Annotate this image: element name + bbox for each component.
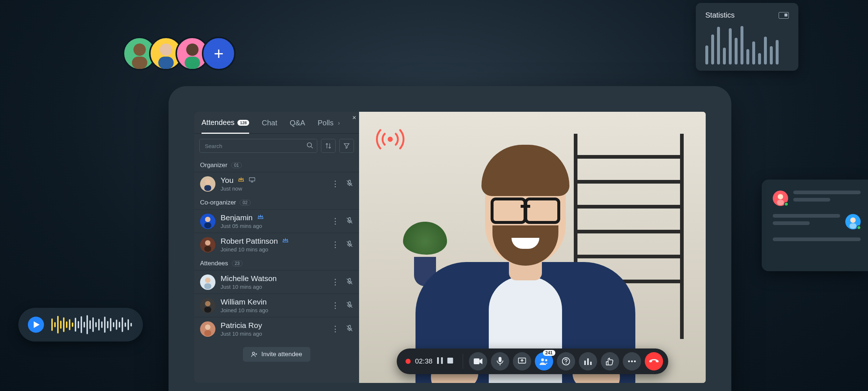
avatar bbox=[200, 274, 215, 290]
mic-off-icon[interactable] bbox=[346, 278, 353, 287]
person-robert[interactable]: Robert Pattinson Joined 10 mins ago ⋮ bbox=[194, 233, 359, 256]
svg-point-8 bbox=[850, 217, 856, 223]
svg-rect-36 bbox=[584, 361, 586, 365]
presenter-icon bbox=[249, 177, 255, 184]
broadcast-icon bbox=[374, 126, 407, 154]
svg-point-15 bbox=[205, 217, 211, 222]
record-dot-icon bbox=[406, 359, 411, 364]
chart-icon bbox=[779, 12, 789, 19]
help-button[interactable] bbox=[557, 352, 575, 370]
svg-rect-30 bbox=[473, 358, 479, 364]
mic-off-icon[interactable] bbox=[346, 301, 353, 310]
more-icon[interactable]: ⋮ bbox=[331, 217, 339, 225]
svg-point-21 bbox=[205, 301, 211, 306]
meeting-window: × Attendees 128 Chat Q&A Polls › bbox=[169, 86, 731, 391]
poll-button[interactable] bbox=[579, 352, 597, 370]
avatar bbox=[200, 214, 215, 229]
statistics-title: Statistics bbox=[705, 11, 735, 19]
control-bar: 02:38 bbox=[397, 348, 668, 374]
person-name: Benjamin bbox=[221, 213, 253, 222]
svg-point-2 bbox=[160, 44, 172, 56]
participants-button[interactable]: 241 bbox=[535, 352, 553, 370]
svg-point-10 bbox=[307, 143, 312, 147]
activity-line bbox=[773, 237, 861, 241]
end-call-button[interactable] bbox=[644, 352, 663, 370]
activity-card bbox=[762, 180, 868, 271]
more-icon[interactable]: ⋮ bbox=[331, 278, 339, 286]
svg-rect-20 bbox=[204, 283, 211, 289]
share-screen-button[interactable] bbox=[513, 352, 531, 370]
svg-point-41 bbox=[634, 361, 636, 362]
tab-polls[interactable]: Polls bbox=[318, 119, 333, 133]
statistics-card[interactable]: Statistics bbox=[696, 3, 798, 71]
svg-point-33 bbox=[541, 358, 544, 361]
section-attendees: Attendees 23 bbox=[194, 256, 359, 270]
svg-point-19 bbox=[205, 277, 211, 283]
person-name: Robert Pattinson bbox=[221, 237, 278, 246]
mic-toggle-button[interactable] bbox=[491, 352, 509, 370]
section-organizer: Organizer 01 bbox=[194, 158, 359, 172]
svg-point-12 bbox=[205, 179, 211, 185]
avatar bbox=[200, 237, 215, 252]
person-william[interactable]: William Kevin Joined 10 mins ago ⋮ bbox=[194, 294, 359, 317]
more-icon[interactable]: ⋮ bbox=[331, 241, 339, 249]
svg-rect-16 bbox=[204, 222, 211, 228]
activity-avatar-1 bbox=[773, 191, 788, 206]
svg-point-23 bbox=[205, 324, 211, 330]
person-sub: Joined 10 mins ago bbox=[221, 246, 326, 252]
person-name: William Kevin bbox=[221, 298, 326, 306]
recording-indicator: 02:38 bbox=[402, 357, 457, 365]
video-scene bbox=[359, 112, 706, 383]
section-attendees-count: 23 bbox=[232, 261, 243, 266]
mic-off-icon[interactable] bbox=[346, 217, 353, 226]
person-michelle[interactable]: Michelle Watson Just 10 mins ago ⋮ bbox=[194, 270, 359, 294]
svg-rect-28 bbox=[441, 357, 443, 364]
person-name: Patricia Roy bbox=[221, 321, 326, 330]
stop-button[interactable] bbox=[447, 358, 453, 365]
more-icon[interactable]: ⋮ bbox=[331, 325, 339, 333]
attendees-panel: × Attendees 128 Chat Q&A Polls › bbox=[194, 112, 359, 383]
svg-point-39 bbox=[628, 361, 630, 362]
svg-rect-1 bbox=[132, 56, 147, 69]
sort-button[interactable] bbox=[321, 139, 336, 153]
svg-rect-38 bbox=[590, 362, 591, 365]
avatar bbox=[200, 176, 215, 192]
chevron-right-icon[interactable]: › bbox=[338, 120, 340, 132]
pause-button[interactable] bbox=[437, 357, 443, 365]
tab-attendees[interactable]: Attendees 128 bbox=[202, 118, 249, 134]
section-coorganizer: Co-organizer 02 bbox=[194, 195, 359, 209]
avatar bbox=[200, 298, 215, 313]
person-sub: Just 10 mins ago bbox=[221, 284, 326, 290]
person-benjamin[interactable]: Benjamin Just 05 mins ago ⋮ bbox=[194, 209, 359, 233]
mic-off-icon[interactable] bbox=[346, 180, 353, 188]
mic-off-icon[interactable] bbox=[346, 240, 353, 249]
svg-rect-18 bbox=[204, 246, 211, 252]
section-coorganizer-count: 02 bbox=[240, 200, 250, 206]
svg-line-11 bbox=[311, 147, 313, 148]
search-input[interactable] bbox=[199, 139, 317, 153]
statistics-bars bbox=[705, 26, 789, 64]
invite-attendee-button[interactable]: Invite attendee bbox=[243, 347, 310, 362]
person-you[interactable]: You Just now ⋮ bbox=[194, 172, 359, 195]
more-icon[interactable]: ⋮ bbox=[331, 180, 339, 188]
section-organizer-count: 01 bbox=[231, 162, 242, 168]
tab-qa[interactable]: Q&A bbox=[290, 119, 305, 133]
svg-point-4 bbox=[186, 44, 199, 56]
filter-button[interactable] bbox=[339, 139, 354, 153]
video-toggle-button[interactable] bbox=[469, 352, 487, 370]
audio-player bbox=[18, 308, 143, 342]
more-options-button[interactable] bbox=[623, 352, 641, 370]
reactions-button[interactable] bbox=[601, 352, 619, 370]
search-icon[interactable] bbox=[306, 142, 314, 151]
person-patricia[interactable]: Patricia Roy Just 10 mins ago ⋮ bbox=[194, 317, 359, 340]
svg-point-25 bbox=[252, 352, 255, 354]
add-participant-button[interactable]: + bbox=[202, 37, 236, 70]
activity-avatar-2 bbox=[845, 214, 861, 229]
more-icon[interactable]: ⋮ bbox=[331, 302, 339, 310]
section-coorganizer-label: Co-organizer bbox=[200, 199, 236, 206]
mic-off-icon[interactable] bbox=[346, 325, 353, 333]
tab-chat[interactable]: Chat bbox=[262, 119, 277, 133]
play-button[interactable] bbox=[28, 317, 44, 333]
svg-rect-7 bbox=[777, 200, 784, 205]
avatar-cluster: + bbox=[123, 37, 236, 70]
